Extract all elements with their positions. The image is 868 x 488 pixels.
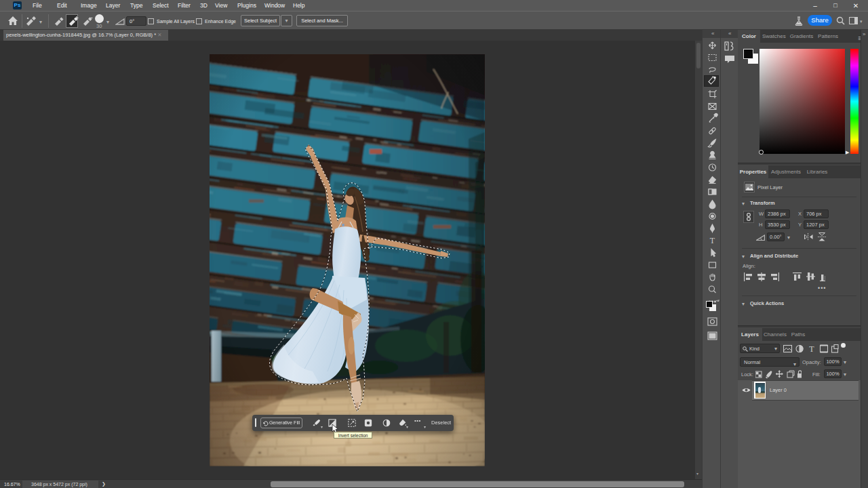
svg-text:T: T (710, 236, 715, 245)
svg-text:T: T (809, 344, 814, 353)
